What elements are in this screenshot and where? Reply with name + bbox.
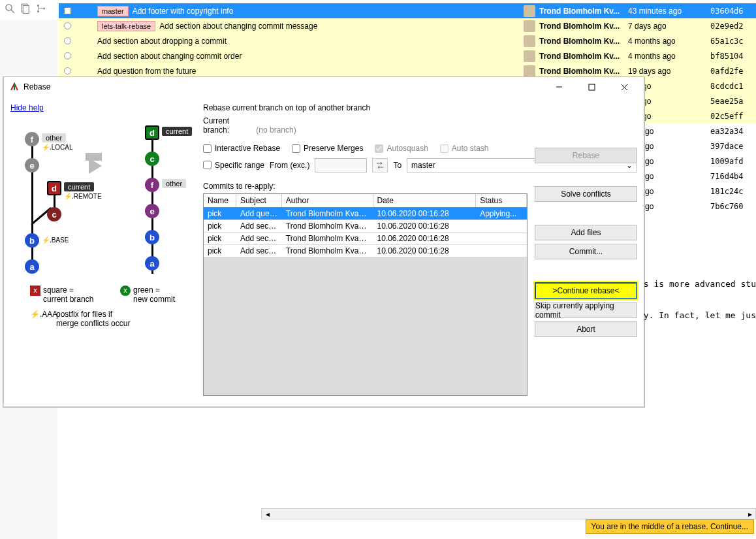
from-label: From (exc.) — [270, 161, 309, 170]
minimize-button[interactable] — [544, 78, 573, 96]
commit-row[interactable]: lets-talk-rebaseAdd section about changi… — [59, 18, 756, 33]
svg-point-5 — [37, 10, 39, 12]
scroll-left-icon[interactable]: ◂ — [262, 509, 273, 519]
commit-hash: 02c5eff — [710, 112, 756, 121]
autosquash-checkbox: Autosquash — [375, 144, 428, 153]
node-e2: e — [145, 204, 159, 218]
commit-subject: Add question from the future — [97, 67, 517, 76]
interactive-rebase-checkbox[interactable]: Interactive Rebase — [203, 144, 280, 153]
branch-tag: lets-talk-rebase — [97, 21, 155, 31]
label-other2: other — [162, 179, 186, 188]
graph-node — [64, 37, 71, 44]
commit-row[interactable]: Add section about changing commit orderT… — [59, 48, 756, 63]
avatar — [524, 65, 535, 77]
label-remote: ⚡.REMOTE — [64, 193, 102, 200]
specific-range-checkbox[interactable]: Specific range — [203, 161, 264, 170]
label-other: other — [42, 133, 66, 142]
legend-square: xsquare = current branch — [30, 286, 93, 304]
commit-hash: 397dace — [710, 142, 756, 151]
svg-point-0 — [6, 5, 12, 10]
table-row[interactable]: pickAdd quest...Trond Blomholm Kvamme...… — [204, 208, 527, 220]
graph-node — [64, 7, 71, 14]
svg-rect-8 — [589, 84, 595, 90]
commit-subject: Add section about changing commit order — [97, 52, 517, 61]
branch-tag: master — [97, 6, 129, 16]
table-row[interactable]: pickAdd sectio...Trond Blomholm Kvamme..… — [204, 220, 527, 233]
rebase-button: Rebase — [535, 148, 637, 163]
close-button[interactable] — [610, 78, 638, 96]
node-a: a — [25, 259, 39, 274]
commit-button[interactable]: Commit... — [535, 244, 637, 259]
preserve-merges-checkbox[interactable]: Preserve Merges — [292, 144, 363, 153]
dialog-titlebar: Rebase — [4, 77, 644, 97]
scroll-right-icon[interactable]: ▸ — [744, 509, 755, 519]
from-input[interactable] — [315, 158, 367, 172]
table-row[interactable]: pickAdd sectio...Trond Blomholm Kvamme..… — [204, 233, 527, 245]
tree-icon[interactable] — [35, 3, 47, 16]
swap-button[interactable] — [372, 158, 388, 172]
label-local: ⚡.LOCAL — [42, 144, 73, 151]
abort-button[interactable]: Abort — [535, 321, 637, 337]
svg-rect-3 — [23, 5, 29, 13]
background-text-1: s is more advanced stu — [644, 279, 756, 289]
horizontal-scrollbar[interactable]: ◂ ▸ — [261, 508, 756, 519]
help-panel: Hide help f other ⚡.LOCAL e d current ⚡.… — [4, 97, 200, 406]
background-text-2: y. In fact, let me jus — [644, 310, 756, 320]
skip-commit-button[interactable]: Skip currently applying commit — [535, 302, 637, 318]
toolbar — [0, 0, 47, 18]
table-row[interactable]: pickAdd sectio...Trond Blomholm Kvamme..… — [204, 245, 527, 257]
node-f: f — [25, 132, 39, 146]
commit-time: 7 days ago — [628, 22, 706, 31]
svg-point-6 — [43, 7, 45, 9]
svg-line-1 — [11, 10, 14, 13]
node-d2: d — [145, 125, 159, 140]
commit-hash: 65a1c3c — [710, 37, 756, 46]
commit-author: Trond Blomholm Kv... — [539, 7, 624, 16]
commit-hash: 02e9ed2 — [710, 22, 756, 31]
commit-author: Trond Blomholm Kv... — [539, 52, 624, 61]
magnify-icon[interactable] — [4, 3, 16, 16]
legend-green: xgreen = new commit — [120, 286, 175, 304]
node-c2: c — [145, 152, 159, 166]
node-e: e — [25, 158, 39, 172]
continue-rebase-button[interactable]: >Continue rebase< — [535, 282, 637, 299]
avatar — [524, 50, 535, 62]
button-column: Rebase Solve conflicts Add files Commit.… — [535, 148, 637, 337]
commit-author: Trond Blomholm Kv... — [539, 67, 624, 76]
label-current2: current — [162, 127, 192, 136]
info-text: Rebase current branch on top of another … — [203, 103, 637, 112]
commit-time: 43 minutes ago — [628, 7, 706, 16]
commit-author: Trond Blomholm Kv... — [539, 22, 624, 31]
node-d-current: d — [47, 181, 61, 195]
commit-row[interactable]: Add section about dropping a commitTrond… — [59, 33, 756, 48]
avatar — [524, 35, 535, 47]
node-b: b — [25, 233, 39, 248]
commit-hash: 1009afd — [710, 157, 756, 166]
commit-row[interactable]: Add question from the futureTrond Blomho… — [59, 63, 756, 78]
legend-postfix: ⚡.AAApostfix for files if merge conflict… — [30, 310, 130, 329]
app-icon — [9, 82, 20, 92]
commit-subject: Add footer with copyright info — [133, 7, 517, 16]
table-header: Name Subject Author Date Status — [204, 194, 527, 208]
node-b2: b — [145, 230, 159, 244]
avatar — [524, 20, 535, 32]
add-files-button[interactable]: Add files — [535, 225, 637, 240]
commit-hash: ea32a34 — [710, 127, 756, 136]
node-c: c — [47, 207, 61, 221]
hide-help-link[interactable]: Hide help — [10, 103, 44, 112]
dialog-title: Rebase — [24, 82, 541, 91]
page-icon[interactable] — [20, 3, 31, 16]
status-warning[interactable]: You are in the middle of a rebase. Conti… — [586, 519, 754, 534]
solve-conflicts-button[interactable]: Solve conflicts — [535, 186, 637, 202]
svg-point-4 — [37, 5, 39, 7]
commit-hash: 0afd2fe — [710, 67, 756, 76]
rebase-dialog: Rebase Hide help f other ⚡.LOCAL e d cur… — [3, 77, 644, 407]
commit-row[interactable]: masterAdd footer with copyright infoTron… — [59, 3, 756, 18]
graph-node — [64, 22, 71, 29]
commit-hash: bf85104 — [710, 52, 756, 61]
node-a2: a — [145, 256, 159, 270]
to-label: To — [393, 161, 402, 170]
commit-hash: 8cdcdc1 — [710, 82, 756, 91]
maximize-button[interactable] — [577, 78, 606, 96]
label-current: current — [64, 182, 94, 191]
